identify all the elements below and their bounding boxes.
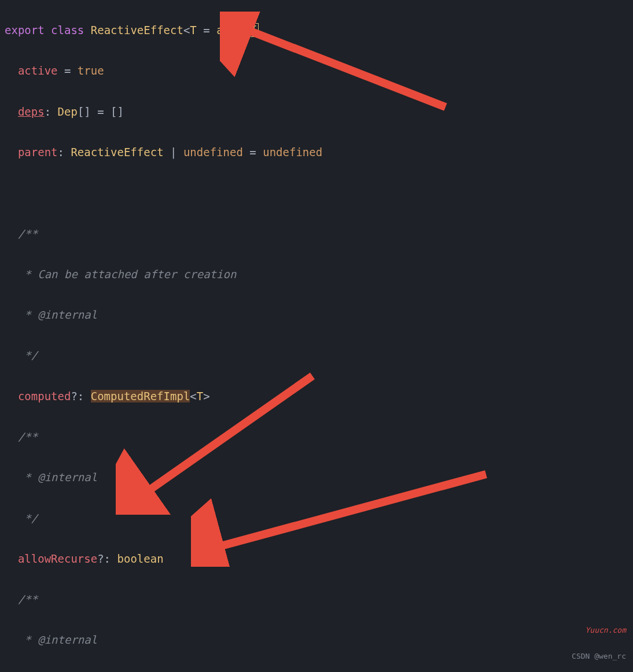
code-line: * Can be attached after creation: [0, 264, 633, 285]
cursor-bracket: {: [243, 23, 259, 37]
prop-deps: deps: [18, 105, 45, 118]
code-line: parent: ReactiveEffect | undefined = und…: [0, 142, 633, 163]
type-computedrefimpl: ComputedRefImpl: [91, 390, 190, 403]
code-line: export class ReactiveEffect<T = any> {: [0, 20, 633, 40]
code-line: allowRecurse?: boolean: [0, 549, 633, 569]
code-line: /**: [0, 427, 633, 447]
jsdoc-comment: /**: [18, 227, 38, 240]
keyword-class: class: [51, 24, 84, 36]
code-line: */: [0, 345, 633, 365]
code-line: * @internal: [0, 305, 633, 325]
keyword-export: export: [5, 24, 45, 36]
code-editor[interactable]: export class ReactiveEffect<T = any> { a…: [0, 0, 633, 672]
code-line: * @internal: [0, 630, 633, 650]
class-name: ReactiveEffect: [91, 24, 183, 36]
code-line: * @internal: [0, 467, 633, 488]
code-line: active = true: [0, 61, 633, 81]
code-line: deps: Dep[] = []: [0, 102, 633, 122]
code-line: /**: [0, 224, 633, 244]
watermark-yuucn: Yuucn.com: [586, 623, 626, 637]
code-line: */: [0, 508, 633, 529]
code-line: [0, 183, 633, 203]
code-line: computed?: ComputedRefImpl<T>: [0, 386, 633, 407]
watermark-csdn: CSDN @wen_rc: [572, 649, 626, 663]
code-line: /**: [0, 589, 633, 610]
